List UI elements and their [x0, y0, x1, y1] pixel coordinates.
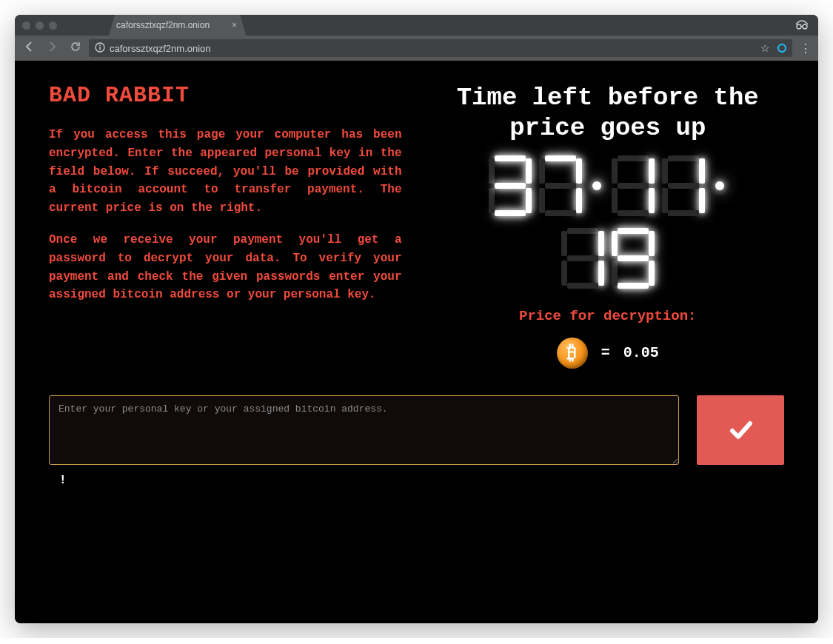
instructions-2: Once we receive your payment you'll get …	[49, 231, 402, 304]
svg-point-1	[803, 24, 807, 29]
separator-1	[589, 155, 604, 216]
minimize-dot[interactable]	[36, 21, 44, 30]
equals-sign: =	[601, 344, 610, 361]
forward-button[interactable]	[46, 40, 59, 56]
svg-rect-3	[99, 47, 100, 50]
price-row: ₿ = 0.05	[432, 338, 785, 369]
browser-toolbar: caforssztxqzf2nm.onion ☆ ⋮	[15, 36, 818, 61]
page-title: BAD RABBIT	[49, 83, 402, 108]
seconds-tens	[561, 228, 604, 289]
close-dot[interactable]	[22, 21, 30, 30]
svg-point-0	[797, 24, 801, 29]
separator-2	[712, 155, 727, 216]
site-info-icon[interactable]	[95, 42, 105, 55]
countdown-timer	[432, 155, 785, 289]
page-content: BAD RABBIT If you access this page your …	[15, 61, 818, 623]
bitcoin-icon: ₿	[557, 338, 588, 369]
url-text: caforssztxqzf2nm.onion	[110, 43, 211, 54]
zoom-dot[interactable]	[49, 21, 57, 30]
countdown-heading: Time left before the price goes up	[432, 83, 785, 144]
extension-icon[interactable]	[777, 44, 786, 53]
instructions-1: If you access this page your computer ha…	[49, 126, 402, 218]
check-icon	[725, 415, 756, 446]
price-amount: 0.05	[623, 344, 659, 361]
submit-button[interactable]	[697, 395, 784, 465]
minutes-tens	[612, 155, 655, 216]
price-label: Price for decryption:	[432, 308, 785, 324]
bookmark-icon[interactable]: ☆	[760, 42, 770, 54]
minutes-ones	[662, 155, 705, 216]
svg-rect-4	[99, 44, 100, 46]
close-tab-icon[interactable]: ×	[232, 20, 237, 30]
browser-tab[interactable]: caforssztxqzf2nm.onion ×	[109, 15, 246, 36]
tab-title: caforssztxqzf2nm.onion	[116, 20, 210, 30]
reload-button[interactable]	[70, 41, 81, 56]
titlebar: caforssztxqzf2nm.onion ×	[15, 15, 818, 36]
incognito-icon	[794, 19, 809, 33]
status-indicator: !	[59, 474, 784, 487]
seconds-ones	[612, 228, 655, 289]
hours-tens	[489, 155, 532, 216]
menu-icon[interactable]: ⋮	[800, 41, 811, 56]
personal-key-input[interactable]	[49, 395, 679, 465]
url-bar[interactable]: caforssztxqzf2nm.onion ☆	[89, 39, 792, 57]
window-controls	[22, 21, 57, 30]
browser-window: caforssztxqzf2nm.onion ×	[15, 15, 818, 623]
back-button[interactable]	[22, 40, 36, 56]
hours-ones	[539, 155, 582, 216]
